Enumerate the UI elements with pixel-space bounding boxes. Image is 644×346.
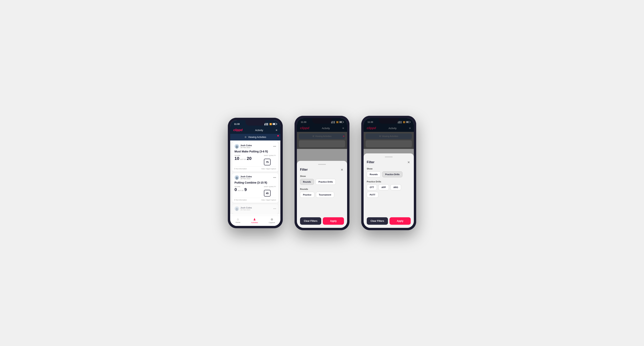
card-1-menu[interactable]: ••• [273, 145, 276, 148]
scene: 11:33 ▌▌▌ 🛜 clippd Activity ≡ ⚙ Viewing … [216, 100, 428, 246]
battery-icon [272, 123, 276, 125]
tournament-btn-2[interactable]: Tournament [316, 192, 334, 198]
user-details-3: Josh Coles 28 Feb 2023 [240, 206, 252, 211]
phone-3: 11:33 ▌▌▌ 🛜 clippd Activity ≡ ⚙ Viewing [361, 116, 416, 230]
signal-icon: ▌▌▌ [264, 123, 269, 125]
score-group-2: Score 0 OUT OF 9 [234, 186, 247, 192]
spacer-2 [300, 201, 344, 213]
activities-icon: ♟ [253, 217, 256, 221]
user-info-2: Josh Coles 28 Feb 2023 [234, 175, 252, 180]
filter-sheet-2: Filter ✕ Show Rounds Practice Drills Rou… [297, 161, 347, 228]
clear-filters-btn-2[interactable]: Clear Filters [300, 217, 321, 225]
nav-bar: clippd Activity ≡ [230, 127, 280, 134]
card-2-header: Josh Coles 28 Feb 2023 ••• [234, 175, 276, 180]
practice-drills-btn-2[interactable]: Practice Drills [316, 179, 336, 185]
user-date-3: 28 Feb 2023 [240, 209, 252, 211]
card-2-data-source: Data: Clippd Capture [261, 199, 276, 201]
score-value-2: 0 [234, 187, 237, 192]
rounds-section-label-2: Rounds [300, 188, 344, 190]
shot-quality-label-2: Shot Quality [264, 186, 276, 187]
sheet-handle-3 [385, 157, 393, 157]
bottom-nav: ⌂ Home ♟ Activities ⊕ Capture [230, 216, 280, 226]
shot-quality-group-2: Shot Quality 45 [264, 186, 276, 196]
menu-icon[interactable]: ≡ [276, 129, 277, 132]
filter-header-3: Filter ✕ [367, 160, 411, 164]
practice-drills-btn-3[interactable]: Practice Drills [382, 172, 402, 177]
time: 11:33 [234, 123, 240, 125]
user-details-2: Josh Coles 28 Feb 2023 [240, 175, 252, 180]
app-logo: clippd [233, 128, 242, 132]
filter-header-2: Filter ✕ [300, 168, 344, 172]
ott-btn-3[interactable]: OTT [367, 184, 377, 190]
filter-close-3[interactable]: ✕ [406, 160, 411, 164]
nav-home[interactable]: ⌂ Home [236, 217, 240, 223]
rounds-btn-2[interactable]: Rounds [300, 179, 314, 185]
user-name-2: Josh Coles [240, 175, 252, 178]
user-date-1: 28 Feb 2023 [240, 147, 252, 149]
activity-list: Josh Coles 28 Feb 2023 ••• Must Make Put… [230, 142, 280, 214]
sheet-actions-2: Clear Filters Apply [300, 217, 344, 225]
card-2-info: ℹ Test Information [234, 199, 247, 201]
card-1-data-source: Data: Clippd Capture [261, 168, 276, 170]
card-1-stats: Score 10 OUT OF 20 Shot Quality 75 [234, 155, 276, 165]
card-2-menu[interactable]: ••• [273, 176, 276, 179]
out-of-label-2: OUT OF [238, 190, 244, 191]
user-name-1: Josh Coles [240, 144, 252, 147]
sheet-actions-3: Clear Filters Apply [367, 217, 411, 225]
practice-drills-section-label-3: Practice Drills [367, 180, 411, 183]
practice-drills-filter-buttons-3: OTT APP ARG PUTT [367, 184, 411, 198]
card-1-info: ℹ Test Information [234, 168, 247, 170]
user-date-2: 28 Feb 2023 [240, 178, 252, 180]
card-3-menu[interactable]: ••• [273, 207, 276, 210]
avatar-2 [234, 175, 239, 180]
activity-card-2[interactable]: Josh Coles 28 Feb 2023 ••• Putting Combi… [232, 173, 278, 203]
user-details-1: Josh Coles 28 Feb 2023 [240, 144, 252, 149]
phone-2-screen: 11:33 ▌▌▌ 🛜 clippd Activity ≡ ⚙ Viewing [297, 118, 347, 228]
viewing-activities-banner[interactable]: ⚙ Viewing Activities [230, 134, 280, 141]
user-info-1: Josh Coles 28 Feb 2023 [234, 144, 252, 149]
activity-card-3-stub[interactable]: Josh Coles 28 Feb 2023 ••• [232, 204, 278, 214]
user-info-3: Josh Coles 28 Feb 2023 [234, 206, 252, 211]
card-3-header: Josh Coles 28 Feb 2023 ••• [234, 206, 276, 211]
activity-card-1[interactable]: Josh Coles 28 Feb 2023 ••• Must Make Put… [232, 142, 278, 172]
nav-title: Activity [255, 129, 263, 132]
notch [246, 120, 265, 126]
avatar-3 [234, 206, 239, 211]
sheet-handle-2 [318, 164, 326, 165]
card-2-footer: ℹ Test Information Data: Clippd Capture [234, 198, 276, 201]
phone-1: 11:33 ▌▌▌ 🛜 clippd Activity ≡ ⚙ Viewing … [228, 118, 283, 228]
card-1-header: Josh Coles 28 Feb 2023 ••• [234, 144, 276, 149]
activities-label: Activities [251, 222, 258, 223]
practice-round-btn-2[interactable]: Practice [300, 192, 314, 198]
filter-sheet-3: Filter ✕ Show Rounds Practice Drills Pra… [364, 154, 414, 228]
show-filter-buttons-3: Rounds Practice Drills [367, 172, 411, 177]
show-label-2: Show [300, 175, 344, 177]
phone-3-screen: 11:33 ▌▌▌ 🛜 clippd Activity ≡ ⚙ Viewing [364, 118, 414, 228]
shots-value-2: 9 [244, 187, 247, 192]
home-icon: ⌂ [237, 217, 239, 221]
shot-quality-group-1: Shot Quality 75 [264, 155, 276, 165]
shot-quality-badge-2: 45 [264, 190, 270, 196]
capture-label: Capture [269, 222, 275, 223]
viewing-activities-text: Viewing Activities [248, 136, 266, 139]
rounds-btn-3[interactable]: Rounds [367, 172, 381, 177]
user-name-3: Josh Coles [240, 206, 252, 209]
score-group-1: Score 10 OUT OF 20 [234, 155, 252, 161]
card-2-title: Putting Combine (3-15 ft) [234, 181, 276, 184]
nav-capture[interactable]: ⊕ Capture [269, 217, 275, 223]
capture-icon: ⊕ [270, 217, 273, 221]
show-filter-buttons-2: Rounds Practice Drills [300, 179, 344, 185]
clear-filters-btn-3[interactable]: Clear Filters [367, 217, 388, 225]
status-icons: ▌▌▌ 🛜 [264, 123, 276, 125]
apply-btn-2[interactable]: Apply [323, 217, 344, 225]
spacer-3 [367, 201, 411, 213]
card-2-stats: Score 0 OUT OF 9 Shot Quality 45 [234, 186, 276, 196]
filter-close-2[interactable]: ✕ [340, 168, 344, 172]
show-label-3: Show [367, 168, 411, 170]
filter-icon: ⚙ [244, 136, 247, 139]
app-btn-3[interactable]: APP [378, 184, 389, 190]
arg-btn-3[interactable]: ARG [390, 184, 401, 190]
apply-btn-3[interactable]: Apply [390, 217, 411, 225]
putt-btn-3[interactable]: PUTT [367, 192, 378, 198]
nav-activities[interactable]: ♟ Activities [251, 217, 258, 223]
